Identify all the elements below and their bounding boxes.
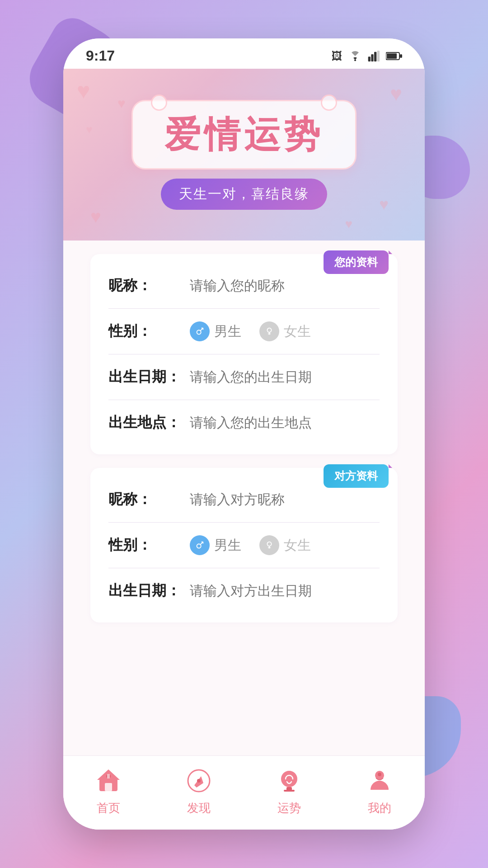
svg-rect-26 (107, 774, 110, 778)
your-birthdate-input[interactable] (190, 369, 380, 385)
partner-gender-label: 性别： (108, 535, 181, 555)
status-time: 9:17 (86, 47, 115, 64)
form-section: 您的资料 昵称： 性别： (63, 241, 425, 755)
svg-point-12 (267, 328, 271, 332)
your-birthplace-row: 出生地点： (108, 400, 380, 445)
svg-rect-4 (377, 51, 380, 61)
image-icon: 🖼 (332, 50, 343, 62)
your-birthdate-label: 出生日期： (108, 367, 181, 387)
partner-nickname-row: 昵称： (108, 477, 380, 523)
home-icon (93, 765, 124, 797)
svg-rect-24 (105, 783, 112, 791)
your-gender-male[interactable]: 男生 (190, 321, 241, 341)
your-male-label: 男生 (214, 322, 241, 341)
svg-point-28 (197, 779, 201, 783)
your-birthdate-row: 出生日期： (108, 354, 380, 400)
partner-female-label: 女生 (284, 536, 311, 555)
your-nickname-label: 昵称： (108, 276, 181, 296)
partner-gender-male[interactable]: 男生 (190, 535, 241, 555)
svg-point-15 (197, 544, 201, 548)
signal-icon (368, 51, 380, 61)
svg-rect-2 (371, 54, 373, 61)
your-birthplace-label: 出生地点： (108, 413, 181, 433)
svg-point-32 (378, 773, 381, 776)
banner-title: 爱情运势 (164, 115, 324, 155)
svg-rect-3 (374, 52, 376, 61)
mine-icon (364, 765, 395, 797)
nav-mine-label: 我的 (368, 800, 391, 816)
partner-male-icon (190, 535, 210, 555)
wifi-icon (348, 51, 362, 61)
nav-home-label: 首页 (97, 800, 120, 816)
female-icon (259, 321, 279, 341)
nav-home[interactable]: 首页 (93, 765, 124, 816)
bottom-nav: 首页 发现 (63, 755, 425, 830)
partner-info-block: 对方资料 昵称： 性别： (90, 468, 398, 623)
nav-discover-label: 发现 (187, 800, 211, 816)
partner-gender-row: 性别： 男生 (108, 523, 380, 568)
nav-fortune-label: 运势 (277, 800, 301, 816)
your-female-label: 女生 (284, 322, 311, 341)
your-gender-label: 性别： (108, 321, 181, 341)
your-nickname-row: 昵称： (108, 263, 380, 309)
partner-gender-female[interactable]: 女生 (259, 535, 311, 555)
partner-female-icon (259, 535, 279, 555)
fortune-icon (273, 765, 305, 797)
svg-point-19 (267, 542, 271, 546)
svg-rect-1 (368, 57, 371, 61)
your-gender-female[interactable]: 女生 (259, 321, 311, 341)
nav-discover[interactable]: 发现 (183, 765, 215, 816)
svg-rect-30 (284, 790, 295, 792)
banner: ♥ ♥ ♥ ♥ ♥ ♥ ♥ 爱情运势 天生一对，喜结良缘 (63, 69, 425, 241)
svg-rect-6 (387, 53, 397, 59)
status-bar: 9:17 🖼 (63, 38, 425, 69)
phone-frame: 9:17 🖼 (63, 38, 425, 830)
partner-male-label: 男生 (214, 536, 241, 555)
svg-rect-7 (400, 54, 402, 58)
male-icon (190, 321, 210, 341)
banner-frame: 爱情运势 (131, 100, 357, 170)
your-nickname-input[interactable] (190, 278, 380, 293)
svg-point-0 (354, 59, 356, 61)
nav-mine[interactable]: 我的 (364, 765, 395, 816)
partner-birthdate-row: 出生日期： (108, 568, 380, 613)
discover-icon (183, 765, 215, 797)
your-birthplace-input[interactable] (190, 415, 380, 430)
your-gender-row: 性别： 男生 (108, 309, 380, 354)
partner-nickname-label: 昵称： (108, 490, 181, 509)
bottom-spacer (90, 636, 398, 645)
status-icons: 🖼 (332, 50, 402, 62)
battery-icon (386, 51, 402, 61)
partner-birthdate-input[interactable] (190, 583, 380, 599)
partner-nickname-input[interactable] (190, 492, 380, 507)
your-info-block: 您的资料 昵称： 性别： (90, 254, 398, 454)
nav-fortune[interactable]: 运势 (273, 765, 305, 816)
svg-point-8 (197, 330, 201, 334)
partner-birthdate-label: 出生日期： (108, 581, 181, 601)
